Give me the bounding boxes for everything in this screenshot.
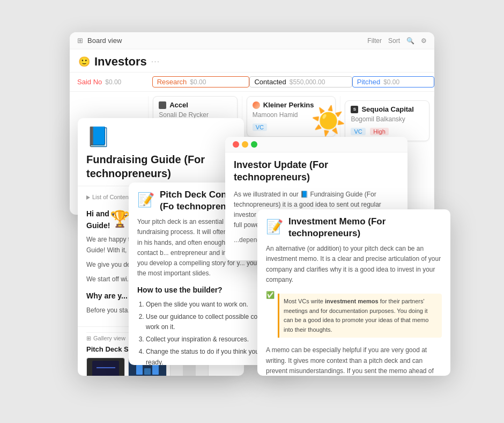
kleiner-name: Kleiner Perkins — [263, 101, 314, 109]
traffic-light-bar — [225, 137, 407, 152]
sequoia-person: Bogomil Balkansky — [351, 115, 424, 123]
board-titlebar: ⊞ Board view Filter Sort 🔍 ⚙ — [70, 32, 434, 49]
kleiner-tag-vc: VC — [253, 123, 267, 131]
sequoia-tag-vc: VC — [351, 128, 365, 135]
filter-button[interactable]: Filter — [367, 37, 382, 45]
search-icon[interactable]: 🔍 — [406, 37, 414, 45]
card-company: Accel — [159, 101, 232, 109]
said-no-amount: $0.00 — [105, 78, 121, 86]
tl-yellow — [242, 141, 248, 148]
board-toolbar: Filter Sort 🔍 ⚙ — [367, 37, 427, 45]
investment-memo-window: 📝 Investment Memo (For technopreneurs) A… — [257, 209, 450, 376]
said-no-label: Said No — [77, 78, 102, 86]
tl-red — [233, 141, 239, 148]
board-header: 🙂 Investors ··· — [70, 49, 434, 72]
board-view-icon: ⊞ — [77, 37, 83, 45]
pitch-deck-emoji: 📝 — [137, 189, 154, 212]
contacted-amount: $550,000.00 — [290, 78, 325, 86]
contacted-label: Contacted — [254, 78, 286, 86]
accel-person: Sonali De Rycker — [159, 111, 232, 119]
sequoia-tag-high: High — [370, 128, 389, 135]
triangle-icon — [86, 195, 90, 200]
research-amount: $0.00 — [190, 78, 206, 86]
memo-para2: A memo can be especially helpful if you … — [266, 345, 442, 376]
col-said-no-header: Said No $0.00 — [70, 76, 152, 88]
pitched-label: Pitched — [357, 78, 380, 86]
fundraising-guide-emoji: 📘 — [86, 126, 235, 148]
col-contacted-header: Contacted $550,000.00 — [249, 76, 352, 87]
tl-green — [251, 141, 257, 148]
settings-icon[interactable]: ⚙ — [421, 37, 427, 45]
trophy-emoji: 🏆 — [110, 209, 130, 228]
memo-title: Investment Memo (For technopreneurs) — [288, 216, 442, 239]
memo-emoji: 📝 — [266, 216, 283, 238]
sequoia-card[interactable]: S Sequoia Capital Bogomil Balkansky VC H… — [345, 100, 429, 141]
gallery-icon: ⊞ — [86, 335, 91, 342]
investment-memo-body: 📝 Investment Memo (For technopreneurs) A… — [257, 209, 450, 376]
memo-intro: An alternative (or addition) to your pit… — [266, 244, 442, 285]
col-research-header: Research $0.00 — [152, 76, 250, 87]
sequoia-name: Sequoia Capital — [361, 105, 414, 113]
pitched-amount: $0.00 — [383, 78, 399, 86]
slide-title: 🎬 Title Slide — [86, 358, 125, 376]
page-emoji: 🙂 — [78, 56, 90, 68]
sun-emoji: ☀️ — [311, 105, 346, 137]
card-company: S Sequoia Capital — [351, 105, 424, 113]
more-options[interactable]: ··· — [151, 57, 160, 67]
columns-header: Said No $0.00 Research $0.00 Contacted $… — [70, 72, 434, 92]
col-pitched-header: Pitched $0.00 — [352, 76, 434, 87]
fundraising-guide-title: Fundraising Guide (For technopreneurs) — [86, 152, 235, 180]
check-icon: ✅ — [266, 290, 275, 301]
sort-button[interactable]: Sort — [388, 37, 400, 45]
slide-title-img — [86, 358, 125, 376]
page-title: Investors — [94, 55, 147, 69]
memo-highlight: Most VCs write investment memos for thei… — [278, 294, 442, 338]
investor-update-title: Investor Update (For technopreneurs) — [234, 159, 399, 184]
fundraising-guide-header: 📘 Fundraising Guide (For technopreneurs) — [78, 118, 244, 186]
memo-highlight-item: ✅ Most VCs write investment memos for th… — [266, 289, 442, 342]
accel-name: Accel — [169, 101, 188, 109]
research-label: Research — [157, 78, 187, 86]
board-view-label: Board view — [87, 37, 122, 45]
